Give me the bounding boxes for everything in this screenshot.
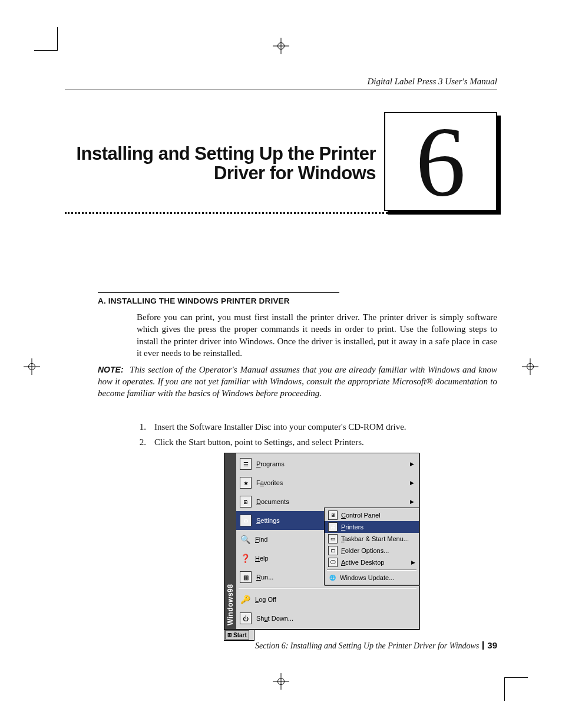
manual-page: Digital Label Press 3 User's Manual 6 In… [0, 0, 562, 728]
start-menu-panel: Windows98 ☰ Programs ▶ ★ Favorites ▶ 🗎 D… [224, 453, 419, 630]
menu-item-logoff[interactable]: 🔑 Log Off [236, 590, 419, 609]
menu-label: Taskbar & Start Menu... [341, 535, 415, 542]
logoff-icon: 🔑 [240, 594, 250, 605]
note-label: NOTE: [98, 365, 124, 374]
menu-label: Control Panel [341, 512, 415, 519]
menu-item-favorites[interactable]: ★ Favorites ▶ [236, 473, 419, 492]
help-icon: ❓ [240, 553, 250, 564]
submenu-arrow-icon: ▶ [410, 480, 414, 486]
footer-section-label: Section 6: Installing and Setting Up the… [255, 641, 479, 651]
crop-mark-icon [34, 27, 58, 51]
printers-icon: 🖨 [328, 522, 338, 532]
menu-label: Windows Update... [340, 574, 415, 581]
active-desktop-icon: 🖵 [328, 558, 338, 567]
menu-label: Folder Options... [341, 547, 415, 554]
step-text: Insert the Software Installer Disc into … [154, 420, 406, 435]
submenu-arrow-icon: ▶ [410, 461, 414, 467]
start-menu-brand-bar: Windows98 [224, 453, 236, 629]
submenu-item-taskbar[interactable]: ▭ Taskbar & Start Menu... [325, 533, 419, 545]
start-button-label: Start [233, 632, 247, 638]
registration-mark-icon [273, 38, 289, 54]
step-text: Click the Start button, point to Setting… [154, 435, 364, 450]
documents-icon: 🗎 [240, 496, 252, 508]
chapter-title: Installing and Setting Up the Printer Dr… [65, 144, 376, 183]
menu-label: Programs [256, 460, 405, 467]
registration-mark-icon [273, 673, 289, 690]
menu-label: Log Off [255, 596, 414, 603]
submenu-item-windows-update[interactable]: 🌐 Windows Update... [325, 572, 419, 584]
submenu-item-active-desktop[interactable]: 🖵 Active Desktop ▶ [325, 556, 419, 568]
crop-mark-icon [504, 677, 528, 701]
taskbar-icon: ▭ [328, 534, 338, 543]
menu-label: Active Desktop [341, 559, 408, 566]
favorites-icon: ★ [240, 477, 252, 489]
menu-separator [327, 569, 416, 571]
note-block: NOTE: This section of the Operator's Man… [98, 364, 497, 399]
start-menu-screenshot: Windows98 ☰ Programs ▶ ★ Favorites ▶ 🗎 D… [224, 453, 419, 641]
menu-label: Favorites [256, 479, 405, 486]
footer-separator-icon [482, 641, 484, 650]
taskbar: ⊞ Start [224, 630, 254, 641]
section-heading: A. INSTALLING THE WINDOWS PRINTER DRIVER [98, 297, 290, 305]
run-icon: ▦ [240, 571, 252, 583]
submenu-item-control-panel[interactable]: 🖥 Control Panel [325, 509, 419, 521]
submenu-arrow-icon: ▶ [411, 559, 415, 565]
section-heading-rule [98, 292, 339, 293]
settings-submenu: 🖥 Control Panel 🖨 Printers ▭ Taskbar & S… [324, 508, 419, 585]
shutdown-icon: ⏻ [240, 612, 252, 624]
step-number: 1. [137, 420, 146, 435]
section-body: Before you can print, you must first ins… [137, 311, 497, 359]
menu-label: Documents [256, 498, 405, 505]
settings-icon: ⚙ [240, 515, 252, 526]
chapter-number-box: 6 [384, 112, 497, 211]
menu-item-programs[interactable]: ☰ Programs ▶ [236, 454, 419, 473]
step-number: 2. [137, 435, 146, 450]
list-item: 1. Insert the Software Installer Disc in… [137, 420, 497, 435]
start-button[interactable]: ⊞ Start [225, 630, 249, 640]
control-panel-icon: 🖥 [328, 510, 338, 520]
windows-update-icon: 🌐 [328, 574, 336, 582]
registration-mark-icon [24, 358, 40, 375]
note-text: This section of the Operator's Manual as… [98, 365, 497, 398]
page-footer: Section 6: Installing and Setting Up the… [255, 640, 497, 651]
registration-mark-icon [522, 358, 538, 375]
find-icon: 🔍 [240, 534, 250, 545]
chapter-number: 6 [416, 111, 466, 212]
running-head-rule [65, 90, 497, 90]
submenu-arrow-icon: ▶ [410, 499, 414, 505]
windows-flag-icon: ⊞ [227, 632, 232, 638]
page-number: 39 [487, 640, 497, 650]
menu-separator [239, 588, 416, 589]
programs-icon: ☰ [240, 458, 252, 470]
menu-label: Shut Down... [256, 615, 414, 622]
folder-options-icon: 🗀 [328, 546, 338, 555]
menu-label: Printers [341, 523, 415, 531]
menu-item-shutdown[interactable]: ⏻ Shut Down... [236, 609, 419, 628]
submenu-item-folder-options[interactable]: 🗀 Folder Options... [325, 545, 419, 556]
step-list: 1. Insert the Software Installer Disc in… [137, 420, 497, 450]
list-item: 2. Click the Start button, point to Sett… [137, 435, 497, 450]
dotted-rule [65, 212, 497, 214]
running-head: Digital Label Press 3 User's Manual [367, 77, 497, 87]
submenu-item-printers[interactable]: 🖨 Printers [325, 521, 419, 533]
